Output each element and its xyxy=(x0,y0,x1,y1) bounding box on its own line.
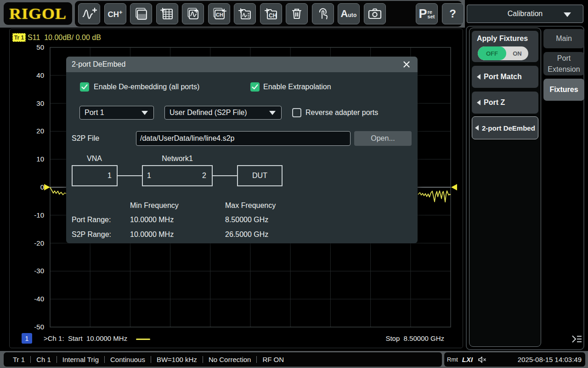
diagram-network-port1: 1 xyxy=(147,166,151,185)
diagram-vna-box: 1 xyxy=(72,165,118,186)
add-table-window-icon xyxy=(160,6,175,21)
diagram-connector xyxy=(118,175,142,176)
channel-1-badge[interactable]: 1 xyxy=(22,333,32,344)
screenshot-button[interactable] xyxy=(364,3,386,24)
add-trace-button[interactable] xyxy=(78,3,100,24)
status-item: Continuous xyxy=(110,356,145,363)
status-summary: Tr 1Ch 1Internal TrigContinuousBW=100 kH… xyxy=(4,352,442,367)
submenu-item-2port-deembed[interactable]: 2-port DeEmbed xyxy=(472,116,538,139)
diagram-network-label: Network1 xyxy=(142,154,213,163)
s2p-range-max: 26.5000 GHz xyxy=(225,230,268,239)
reverse-adapter-checkbox[interactable] xyxy=(292,108,301,117)
trace-1-badge[interactable]: Tr 1 xyxy=(12,33,26,42)
add-channel-window-button[interactable]: CH xyxy=(208,3,230,24)
menu-header-label: Calibration xyxy=(508,10,543,18)
type-select[interactable]: User Defined (S2P File) xyxy=(164,106,282,120)
diagram-network-box: 1 2 xyxy=(142,165,213,186)
port-range-min: 10.0000 MHz xyxy=(130,215,174,224)
chevron-down-icon xyxy=(269,111,276,115)
enable-extrapolation-label: Enable Extrapolation xyxy=(263,82,331,92)
trace-manager-button[interactable] xyxy=(234,3,256,24)
add-table-window-button[interactable] xyxy=(156,3,178,24)
menu-item-fixtures[interactable]: Fixtures xyxy=(543,79,584,101)
y-axis-label: -20 xyxy=(17,239,44,248)
help-icon: ? xyxy=(449,7,456,20)
status-separator xyxy=(203,356,203,363)
channel-manager-icon: CH xyxy=(264,6,278,21)
enable-deembed-checkbox[interactable] xyxy=(80,82,89,92)
preset-icon: Preset xyxy=(419,7,435,21)
auto-scale-button[interactable]: Auto xyxy=(338,3,360,24)
y-axis-label: 0 xyxy=(17,183,44,192)
submenu-item-port-match[interactable]: Port Match xyxy=(472,66,538,88)
chevron-down-icon xyxy=(564,12,571,17)
chevron-down-icon xyxy=(141,111,148,115)
status-item: Tr 1 xyxy=(13,356,25,363)
back-arrow-icon xyxy=(475,125,479,131)
channel-manager-button[interactable]: CH xyxy=(260,3,282,24)
delete-icon xyxy=(290,6,304,21)
y-axis-label: -50 xyxy=(17,322,44,332)
window-layout-button[interactable] xyxy=(130,3,152,24)
add-channel-button[interactable]: CH+ xyxy=(104,3,126,24)
close-icon xyxy=(403,61,410,68)
status-separator xyxy=(256,356,257,363)
window-layout-icon xyxy=(134,7,148,21)
dialog-title-bar[interactable]: 2-port DeEmbed xyxy=(66,57,418,72)
y-axis-label: 40 xyxy=(17,71,44,80)
touch-button[interactable] xyxy=(312,3,334,24)
menu-item-port-extension[interactable]: Port Extension xyxy=(543,52,584,75)
y-axis-label: 50 xyxy=(17,43,44,52)
sweep-stop-label[interactable]: Stop 8.50000 GHz xyxy=(385,334,444,342)
check-icon xyxy=(80,82,89,92)
diagram-vna-port: 1 xyxy=(107,166,112,185)
diagram-dut-label: DUT xyxy=(252,172,267,180)
reverse-adapter-label: Reverse adapter ports xyxy=(305,108,378,117)
toggle-off-label: OFF xyxy=(478,46,506,60)
apply-fixtures-label: Apply Fixtures xyxy=(477,34,528,43)
status-bar: Tr 1Ch 1Internal TrigContinuousBW=100 kH… xyxy=(0,351,588,368)
port-select[interactable]: Port 1 xyxy=(79,106,154,120)
svg-text:CH: CH xyxy=(216,12,223,17)
status-separator xyxy=(57,356,57,363)
status-separator xyxy=(104,356,105,363)
back-arrow-icon xyxy=(477,100,481,105)
dialog-close-button[interactable] xyxy=(401,59,412,70)
remote-indicator: Rmt xyxy=(447,356,458,363)
apply-fixtures-toggle[interactable]: ON OFF xyxy=(478,46,528,60)
y-axis-label: 20 xyxy=(17,126,44,136)
status-item: No Correction xyxy=(209,356,251,363)
preset-button[interactable]: Preset xyxy=(416,3,438,24)
y-axis-label: -30 xyxy=(17,266,44,276)
status-item: Internal Trig xyxy=(62,356,99,363)
check-icon xyxy=(250,82,260,92)
s2p-range-min: 10.0000 MHz xyxy=(130,230,174,239)
datetime-label: 2025-08-15 14:03:49 xyxy=(518,356,582,363)
open-file-button[interactable]: Open... xyxy=(354,131,412,146)
s2p-range-label: S2P Range: xyxy=(72,230,111,239)
submenu-item-port-z[interactable]: Port Z xyxy=(472,92,538,114)
fixtures-submenu-panel: Apply Fixtures ON OFF Port Match Port Z … xyxy=(469,28,541,347)
add-channel-window-icon: CH xyxy=(211,6,227,21)
trace-color-dash xyxy=(136,339,150,340)
diagram-connector xyxy=(213,175,237,176)
add-trace-window-button[interactable] xyxy=(182,3,204,24)
menu-header-dropdown[interactable]: Calibration xyxy=(467,5,583,23)
status-separator xyxy=(30,356,31,363)
help-button[interactable]: ? xyxy=(442,3,464,24)
status-separator xyxy=(151,356,151,363)
s2p-file-label: S2P File xyxy=(72,134,99,143)
mute-icon[interactable] xyxy=(478,356,487,363)
delete-button[interactable] xyxy=(286,3,308,24)
auto-scale-icon: Auto xyxy=(340,8,356,20)
s2p-file-input[interactable]: /data/UserData/line/line4.s2p xyxy=(136,131,351,146)
hide-menu-button[interactable] xyxy=(571,334,583,345)
add-channel-icon: CH+ xyxy=(107,9,122,18)
menu-item-main[interactable]: Main xyxy=(543,29,584,48)
sweep-start-label[interactable]: >Ch 1: Start 10.0000 MHz xyxy=(44,334,127,342)
trace-1-format-label[interactable]: S11 10.00dB/ 0.00 dB xyxy=(28,33,101,42)
enable-extrapolation-checkbox[interactable] xyxy=(250,82,260,92)
status-item: Ch 1 xyxy=(36,356,51,363)
port-range-max: 8.50000 GHz xyxy=(225,215,268,224)
svg-text:CH: CH xyxy=(269,12,277,19)
